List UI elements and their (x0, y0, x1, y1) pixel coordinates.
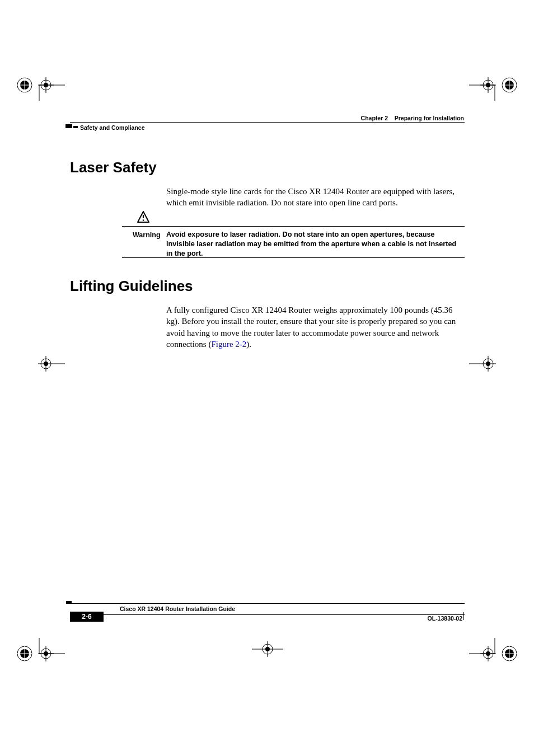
svg-point-54 (143, 219, 144, 221)
svg-point-42 (502, 646, 517, 661)
footer-decoration (66, 601, 72, 604)
svg-point-21 (44, 361, 48, 366)
svg-point-10 (502, 78, 517, 92)
footer-guide-title: Cisco XR 12404 Router Installation Guide (120, 605, 235, 612)
chapter-label: Chapter 2 (361, 115, 388, 121)
warning-text: Avoid exposure to laser radiation. Do no… (166, 230, 464, 258)
heading-laser-safety: Laser Safety (70, 159, 157, 176)
warning-rule-bottom (122, 257, 465, 258)
footer-right-tick (463, 612, 464, 620)
warning-icon (137, 211, 149, 223)
header-decoration-small (73, 126, 78, 128)
header-rule (70, 122, 465, 123)
crop-mark-mid-left (15, 353, 65, 375)
svg-point-43 (505, 649, 514, 658)
svg-point-16 (483, 80, 493, 90)
lifting-body-post: ). (246, 340, 251, 349)
svg-point-6 (41, 80, 51, 90)
lifting-body-pre: A fully configured Cisco XR 12404 Router… (166, 306, 456, 349)
paragraph-laser-safety: Single-mode style line cards for the Cis… (166, 186, 462, 209)
svg-point-39 (265, 647, 270, 651)
svg-point-11 (505, 81, 514, 90)
svg-point-7 (44, 83, 48, 87)
svg-point-25 (486, 361, 490, 366)
header-decoration (65, 124, 72, 128)
heading-lifting-guidelines: Lifting Guidelines (70, 278, 193, 295)
svg-point-17 (486, 83, 490, 87)
figure-link[interactable]: Figure 2-2 (211, 340, 246, 349)
svg-point-0 (17, 78, 32, 92)
crop-mark-top-left (15, 69, 65, 101)
chapter-title: Preparing for Installation (395, 115, 464, 121)
paragraph-lifting-guidelines: A fully configured Cisco XR 12404 Router… (166, 304, 465, 350)
document-number: OL-13830-02 (428, 615, 462, 622)
svg-point-20 (41, 359, 51, 369)
crop-mark-top-right (469, 69, 519, 101)
svg-point-24 (483, 359, 493, 369)
svg-point-34 (41, 649, 51, 659)
running-header-right: Chapter 2 Preparing for Installation (361, 115, 464, 121)
svg-point-49 (486, 651, 490, 656)
svg-point-48 (483, 649, 493, 659)
svg-point-38 (263, 644, 273, 654)
svg-point-28 (17, 646, 32, 661)
footer-rule-bottom (72, 614, 465, 615)
crop-mark-bottom-right (469, 638, 519, 669)
crop-mark-bottom-center (245, 638, 290, 660)
svg-point-35 (44, 651, 48, 656)
svg-point-29 (20, 649, 29, 658)
warning-rule-top (122, 226, 465, 227)
warning-label: Warning (133, 231, 161, 239)
footer-rule-top (72, 603, 465, 604)
page-number: 2-6 (70, 612, 104, 622)
svg-point-1 (20, 81, 29, 90)
running-header-left: Safety and Compliance (80, 124, 145, 131)
crop-mark-mid-right (469, 353, 519, 375)
crop-mark-bottom-left (15, 638, 65, 669)
